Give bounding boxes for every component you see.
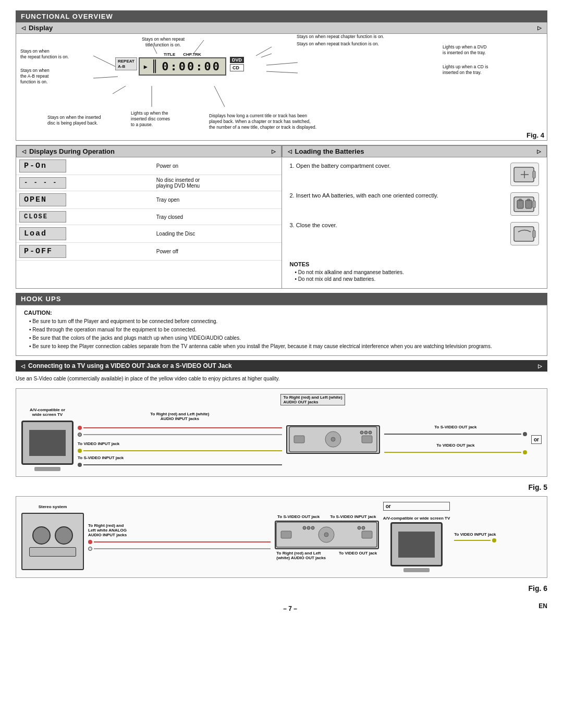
functional-overview-title: FUNCTIONAL OVERVIEW [21, 13, 113, 20]
svg-line-0 [93, 56, 118, 68]
fig6-label: Fig. 6 [16, 582, 547, 595]
stereo-container: Stereo system [21, 504, 84, 570]
step3-text: 3. Close the cover. [290, 222, 507, 228]
svg-point-30 [369, 431, 372, 434]
speaker-left [32, 526, 51, 545]
battery-cover-icon [513, 165, 536, 184]
battery-step-3: 3. Close the cover. [290, 222, 540, 245]
battery-icon-3 [510, 222, 539, 245]
page-footer: – 7 – EN [16, 600, 547, 612]
page-number: – 7 – [283, 605, 297, 612]
dvd-device-2 [275, 521, 379, 549]
dvd-device-2-svg [276, 522, 377, 548]
svg-rect-17 [517, 200, 523, 208]
caution-item-2: Read through the operation manual for th… [29, 326, 539, 334]
video-input-d2: To VIDEO INPUT jack [454, 532, 496, 542]
wire-video [78, 449, 282, 453]
right-connections: To S-VIDEO OUT jack To VIDEO OUT jack [384, 425, 527, 454]
connecting-header: ◁ Connecting to a TV using a VIDEO OUT J… [16, 360, 547, 372]
top-labels-d2: To S-VIDEO OUT jack To S-VIDEO INPUT jac… [277, 514, 376, 519]
annot-title-repeat: Stays on when repeattitle function is on… [132, 36, 194, 48]
dvd-device-2-container: To S-VIDEO OUT jack To S-VIDEO INPUT jac… [275, 514, 379, 560]
segment-load: Load [19, 227, 66, 240]
svg-line-1 [93, 77, 118, 78]
svideo-out-label: To S-VIDEO OUT jack [384, 425, 527, 429]
svg-rect-21 [514, 227, 534, 241]
svg-rect-22 [533, 230, 535, 238]
display-arrow-left: ◁ [21, 25, 26, 31]
svg-rect-16 [533, 201, 535, 208]
svg-line-4 [256, 47, 272, 56]
battery-close-icon [513, 224, 536, 244]
notes-title: NOTES [290, 261, 540, 267]
svg-rect-27 [362, 436, 372, 443]
diagram1-main-row: A/V-compatible orwide screen TV To Right… [21, 408, 542, 471]
segment-no-disc: - - - - [19, 177, 66, 189]
note-item-1: Do not mix alkaline and manganese batter… [295, 269, 540, 275]
display-subheader: ◁ Display ▷ [16, 22, 547, 34]
svg-rect-34 [281, 531, 291, 538]
svg-point-40 [362, 526, 365, 529]
annot-cd-inserted: Lights up when a CD isinserted on the tr… [443, 64, 542, 76]
annot-track-repeat: Stays on when repeat track function is o… [297, 41, 401, 47]
diagram2-main-row: Stereo system To Right (red) andLeft whi… [21, 502, 542, 572]
loading-batteries-section: ◁ Loading the Batteries ▷ 1. Open the ba… [282, 145, 548, 289]
svg-point-38 [311, 526, 314, 529]
fig5-label: Fig. 5 [16, 481, 547, 493]
segment-power-off: P-OFF [19, 245, 66, 258]
svg-point-28 [360, 431, 363, 434]
stereo-connections: To Right (red) andLeft white ANALOGAUDIO… [88, 523, 271, 551]
connecting-description: Use an S-Video cable (commercially avail… [16, 374, 547, 386]
tv-stand [34, 467, 60, 471]
svg-rect-19 [525, 200, 532, 208]
svideo-input-label: To S-VIDEO INPUT jack [78, 455, 282, 460]
desc-power-off: Power off [153, 243, 282, 261]
battery-icon-1 [510, 163, 539, 186]
svg-line-6 [266, 63, 298, 65]
functional-overview-header: FUNCTIONAL OVERVIEW [16, 10, 547, 22]
dvd-device-svg [289, 426, 377, 452]
caution-list: Be sure to turn off the Player and equip… [24, 318, 539, 350]
svg-point-39 [358, 526, 361, 529]
wire-audio [78, 426, 282, 430]
or-label-1: or [531, 435, 542, 444]
av-compatible-right: A/V-compatible or wide screen TV [383, 516, 450, 521]
right-tv-container: A/V-compatible or wide screen TV [383, 516, 450, 572]
video-input-label: To VIDEO INPUT jack [78, 441, 282, 446]
stereo-unit [29, 547, 76, 557]
annot-ab-repeat: Stays on whenthe A-B repeatfunction is o… [20, 68, 91, 85]
right-connections-d2: or A/V-compatible or wide screen TV [383, 502, 450, 572]
wire-video-d2 [454, 538, 496, 542]
caution-item-1: Be sure to turn off the Player and equip… [29, 318, 539, 325]
annot-repeat: Stays on whenthe repeat function is on. [20, 48, 91, 60]
wire-stereo-red [88, 540, 271, 544]
connecting-title: Connecting to a TV using a VIDEO OUT Jac… [28, 362, 232, 369]
table-row: OPEN Tray open [16, 191, 282, 209]
video-out-bottom: To VIDEO OUT jack [339, 551, 377, 560]
battery-step-2: 2. Insert two AA batteries, with each on… [290, 192, 540, 216]
battery-icon-2 [510, 192, 539, 216]
fig4-label: Fig. 4 [16, 130, 547, 140]
audio-out-bottom: To Right (red) and Left(white) AUDIO OUT… [276, 551, 326, 560]
annot-chapter-repeat: Stays on when repeat chapter function is… [297, 34, 401, 40]
svg-point-37 [307, 526, 310, 529]
lb-arrow-right: ▷ [537, 149, 541, 154]
step2-text: 2. Insert two AA batteries, with each on… [290, 192, 507, 199]
annot-disc-playing: Stays on when the inserteddisc is being … [47, 115, 133, 126]
annot-display-time: Displays how long a current title or tra… [209, 113, 324, 130]
lcd-display-graphic: REPEATA-B TITLECHP.TRK ▶ ║ 0:00:00 [115, 52, 256, 76]
caution-title: CAUTION: [24, 310, 539, 316]
stereo-graphic [21, 513, 84, 570]
svg-point-25 [331, 437, 335, 441]
wire-stereo-white [88, 547, 271, 551]
step1-text: 1. Open the battery compartment cover. [290, 163, 507, 169]
left-tv-graphic [21, 421, 74, 465]
audio-out-labels: To Right (red) and Left (white)AUDIO OUT… [105, 394, 542, 405]
video-out-label: To VIDEO OUT jack [384, 443, 527, 448]
stereo-label: Stereo system [39, 504, 67, 509]
table-row: - - - - No disc inserted orplaying DVD M… [16, 175, 282, 191]
notes-list: Do not mix alkaline and manganese batter… [290, 269, 540, 282]
hookups-title: HOOK UPS [21, 295, 61, 303]
dvd-device [286, 425, 380, 454]
svideo-out-top: To S-VIDEO OUT jack [277, 514, 320, 519]
